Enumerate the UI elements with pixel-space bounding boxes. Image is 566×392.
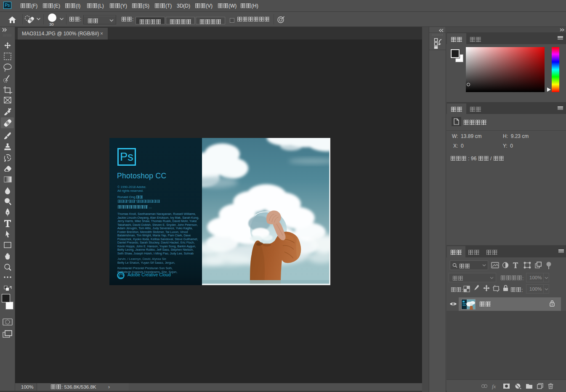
svg-text:fx: fx <box>492 383 496 389</box>
